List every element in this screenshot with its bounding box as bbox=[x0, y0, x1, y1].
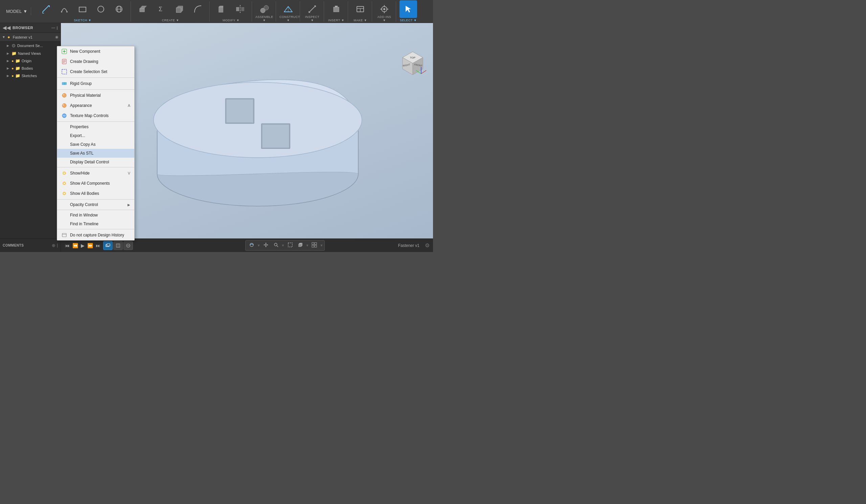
svg-point-60 bbox=[63, 104, 64, 105]
grid-button[interactable] bbox=[310, 241, 319, 250]
view-cube-btn[interactable] bbox=[296, 241, 305, 250]
ctx-find-in-timeline[interactable]: Find in Timeline bbox=[57, 220, 134, 228]
ctx-export[interactable]: Export... bbox=[57, 131, 134, 140]
rect-button[interactable] bbox=[74, 0, 91, 18]
physical-material-icon bbox=[61, 92, 67, 99]
svg-rect-7 bbox=[140, 9, 144, 12]
view-cube[interactable]: TOP FRONT RIGHT bbox=[399, 50, 426, 77]
ctx-save-as-stl[interactable]: Save As STL bbox=[57, 149, 134, 158]
main-area: ◀◀ BROWSER — | ▼ ● Fastener v1 ◉ ▶ ⚙ Doc… bbox=[0, 23, 433, 238]
zoom-button[interactable] bbox=[271, 241, 281, 250]
create-selection-set-icon bbox=[61, 69, 67, 75]
svg-point-17 bbox=[264, 5, 269, 10]
create-selection-set-label: Create Selection Set bbox=[70, 69, 107, 74]
sidebar-item-bodies[interactable]: ▶ ● 📁 Bodies bbox=[0, 65, 60, 72]
do-not-capture-icon bbox=[61, 232, 67, 238]
sidebar-item-sketches[interactable]: ▶ ● 📁 Sketches bbox=[0, 72, 60, 79]
browser-pin-icon[interactable]: — bbox=[52, 26, 55, 30]
svg-rect-86 bbox=[312, 243, 314, 245]
find-in-window-label: Find in Window bbox=[70, 213, 98, 217]
settings-gear-icon[interactable]: ⚙ bbox=[425, 242, 430, 249]
make-label: MAKE ▼ bbox=[352, 19, 369, 22]
skip-start-button[interactable]: ⏮ bbox=[65, 243, 70, 248]
ctx-create-drawing[interactable]: Create Drawing bbox=[57, 56, 134, 67]
appearance-shortcut: A bbox=[128, 103, 130, 108]
root-radio-icon: ◉ bbox=[55, 35, 58, 39]
view-mode-btn-2[interactable] bbox=[113, 241, 123, 250]
named-views-label: Named Views bbox=[18, 52, 41, 55]
svg-point-65 bbox=[64, 183, 65, 184]
svg-rect-68 bbox=[62, 233, 66, 237]
orbit-button[interactable] bbox=[247, 241, 256, 250]
svg-point-58 bbox=[63, 94, 64, 96]
svg-rect-82 bbox=[288, 243, 292, 247]
ctx-physical-material[interactable]: Physical Material bbox=[57, 90, 134, 100]
ctx-show-all-bodies[interactable]: Show All Bodies bbox=[57, 188, 134, 199]
sidebar-item-origin[interactable]: ▶ ● 📁 Origin bbox=[0, 57, 60, 65]
make-button[interactable] bbox=[352, 0, 369, 18]
ctx-new-component[interactable]: New Component bbox=[57, 46, 134, 56]
ctx-opacity-control[interactable]: Opacity Control ▶ bbox=[57, 200, 134, 209]
inspect-label: INSPECT ▼ bbox=[303, 15, 321, 22]
ctx-rigid-group[interactable]: Rigid Group bbox=[57, 78, 134, 89]
skip-end-button[interactable]: ⏭ bbox=[96, 243, 100, 248]
pan-button[interactable] bbox=[261, 241, 271, 250]
texture-map-icon bbox=[61, 113, 67, 119]
ctx-do-not-capture[interactable]: Do not capture Design History bbox=[57, 230, 134, 240]
svg-marker-76 bbox=[265, 243, 267, 244]
ctx-properties[interactable]: Properties bbox=[57, 122, 134, 131]
fillet-button[interactable] bbox=[189, 0, 207, 18]
bodies-label: Bodies bbox=[22, 66, 33, 70]
globe-button[interactable] bbox=[110, 0, 128, 18]
modify-label: MODIFY ▼ bbox=[213, 19, 249, 22]
ctx-find-in-window[interactable]: Find in Window bbox=[57, 211, 134, 220]
ctx-texture-map[interactable]: Texture Map Controls bbox=[57, 111, 134, 121]
viewport-controls: ▼ ▼ ▼ ▼ bbox=[245, 240, 325, 251]
sketch-button[interactable] bbox=[37, 0, 55, 18]
sidebar-item-document-settings[interactable]: ▶ ⚙ Document Se... bbox=[0, 42, 60, 50]
show-all-bodies-icon bbox=[61, 190, 67, 197]
folder-icon: 📁 bbox=[11, 51, 16, 56]
step-back-button[interactable]: ⏪ bbox=[73, 243, 78, 248]
extrude-button[interactable] bbox=[134, 0, 152, 18]
ctx-show-hide[interactable]: Show/Hide V bbox=[57, 168, 134, 178]
comments-divider: | bbox=[57, 243, 58, 248]
split-button[interactable] bbox=[231, 0, 249, 18]
ctx-save-copy-as[interactable]: Save Copy As bbox=[57, 140, 134, 149]
view-mode-btn-3[interactable] bbox=[123, 241, 133, 250]
view-mode-btn-1[interactable] bbox=[103, 241, 113, 250]
mode-arrow: ▼ bbox=[23, 9, 27, 14]
svg-rect-54 bbox=[62, 69, 67, 74]
ctx-appearance[interactable]: Appearance A bbox=[57, 100, 134, 111]
ctx-create-selection-set[interactable]: Create Selection Set bbox=[57, 67, 134, 77]
appearance-icon bbox=[61, 102, 67, 109]
fit-button[interactable] bbox=[286, 241, 295, 250]
show-hide-label: Show/Hide bbox=[70, 171, 90, 176]
insert-button[interactable] bbox=[327, 0, 345, 18]
find-in-timeline-label: Find in Timeline bbox=[70, 222, 98, 226]
modify-button[interactable] bbox=[213, 0, 231, 18]
ctx-display-detail[interactable]: Display Detail Control bbox=[57, 158, 134, 166]
comments-add-icon[interactable]: ⊕ bbox=[52, 243, 55, 248]
browser-collapse-icon[interactable]: ◀◀ bbox=[3, 25, 11, 31]
sum-button[interactable]: Σ bbox=[153, 0, 170, 18]
circle-button[interactable] bbox=[92, 0, 110, 18]
root-bulb-icon: ● bbox=[8, 34, 10, 40]
separator-4 bbox=[57, 167, 134, 167]
select-button[interactable] bbox=[400, 0, 417, 18]
opacity-control-label: Opacity Control bbox=[70, 202, 98, 207]
display-detail-label: Display Detail Control bbox=[70, 160, 109, 164]
svg-point-63 bbox=[64, 172, 65, 174]
mode-selector[interactable]: MODEL ▼ bbox=[3, 8, 31, 15]
arc-button[interactable] bbox=[55, 0, 73, 18]
separator-6 bbox=[57, 210, 134, 210]
toolbar-section-select: SELECT ▼ bbox=[397, 1, 420, 22]
sidebar-item-named-views[interactable]: ▶ 📁 Named Views bbox=[0, 50, 60, 57]
root-item[interactable]: ▼ ● Fastener v1 ◉ bbox=[0, 33, 60, 42]
expand-arrow: ▶ bbox=[7, 44, 10, 47]
step-forward-button[interactable]: ⏩ bbox=[87, 243, 93, 248]
play-button[interactable]: ▶ bbox=[81, 243, 85, 248]
folder-icon-3: 📁 bbox=[15, 66, 20, 71]
ctx-show-all-components[interactable]: Show All Components bbox=[57, 178, 134, 188]
box-button[interactable] bbox=[171, 0, 188, 18]
